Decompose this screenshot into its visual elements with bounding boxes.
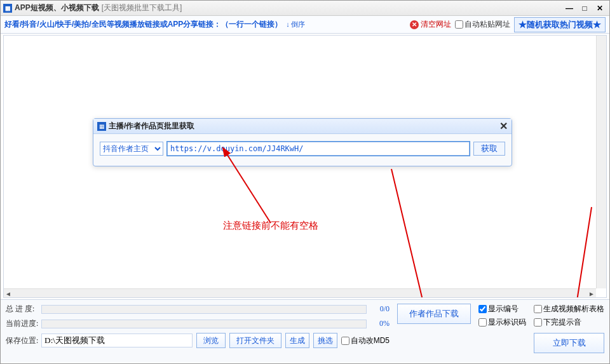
current-progress-label: 当前进度:	[6, 318, 37, 329]
scroll-right-icon[interactable]: ►	[587, 289, 596, 298]
svg-line-2	[576, 207, 592, 298]
minimize-button[interactable]: —	[562, 3, 576, 13]
toolbar: 好看/抖音/火山/快手/美拍/全民等视频播放链接或APP分享链接：（一行一个链接…	[1, 16, 609, 34]
dialog-close-button[interactable]: ✕	[499, 120, 508, 132]
save-path-label: 保存位置:	[6, 335, 37, 346]
app-subtitle: [天图视频批里下载工具]	[102, 3, 182, 13]
auto-md5-checkbox-label[interactable]: 自动改MD5	[341, 335, 390, 346]
random-hot-button[interactable]: ★随机获取热门视频★	[514, 17, 606, 32]
arrow-down-icon: ↓	[286, 21, 290, 28]
main-textarea[interactable]: ◄ ► ▦ 主播/作者作品页批里获取 ✕ 抖音作者主页 获取 注意链接前不能有空…	[3, 35, 607, 298]
download-hint-label[interactable]: 下完提示音	[534, 317, 604, 328]
browse-button[interactable]: 浏览	[196, 333, 226, 348]
titlebar: ▦ APP短视频、小视频下载 [天图视频批里下载工具] — □ ✕	[1, 1, 609, 16]
clear-url-button[interactable]: ✕ 清空网址	[410, 19, 451, 30]
dialog-title-text: 主播/作者作品页批里获取	[109, 121, 194, 131]
autopaste-checkbox-label[interactable]: 自动粘贴网址	[455, 19, 510, 30]
filter-button[interactable]: 挑选	[313, 333, 337, 348]
total-progress-text: 0/0	[370, 304, 390, 314]
app-icon: ▦	[3, 4, 12, 13]
save-path-input[interactable]	[41, 334, 193, 347]
sort-label: 倒序	[291, 21, 305, 28]
download-now-button[interactable]: 立即下载	[534, 333, 604, 353]
platform-select[interactable]: 抖音作者主页	[100, 142, 163, 156]
dialog-icon: ▦	[97, 122, 106, 131]
author-works-dialog: ▦ 主播/作者作品页批里获取 ✕ 抖音作者主页 获取	[93, 118, 512, 166]
arrow-annotation-3	[557, 201, 601, 298]
x-circle-icon: ✕	[410, 20, 419, 29]
dialog-titlebar: ▦ 主播/作者作品页批里获取 ✕	[93, 119, 512, 134]
maximize-button[interactable]: □	[578, 3, 592, 13]
autopaste-text: 自动粘贴网址	[464, 19, 510, 30]
dialog-body: 抖音作者主页 获取	[93, 134, 512, 166]
auto-md5-text: 自动改MD5	[351, 335, 390, 346]
open-folder-button[interactable]: 打开文件夹	[229, 333, 281, 348]
show-number-label[interactable]: 显示编号	[478, 304, 526, 314]
scroll-left-icon[interactable]: ◄	[4, 289, 13, 298]
auto-md5-checkbox[interactable]	[341, 337, 349, 345]
total-progress-bar	[41, 305, 367, 314]
url-input[interactable]	[167, 142, 470, 156]
toolbar-hint: 好看/抖音/火山/快手/美拍/全民等视频播放链接或APP分享链接：（一行一个链接…	[4, 19, 282, 30]
close-button[interactable]: ✕	[593, 3, 607, 13]
bottom-panel: 总 进 度: 0/0 当前进度: 0% 保存位置: 浏览 打开文件夹 生成 挑选…	[1, 299, 609, 363]
clear-label: 清空网址	[421, 19, 451, 30]
annotation-text: 注意链接前不能有空格	[223, 220, 318, 232]
gen-report-label[interactable]: 生成视频解析表格	[534, 304, 604, 314]
app-title: APP短视频、小视频下载	[15, 3, 99, 13]
show-id-label[interactable]: 显示标识码	[478, 317, 526, 328]
download-hint-checkbox[interactable]	[534, 318, 542, 327]
show-number-checkbox[interactable]	[478, 305, 487, 313]
scrollbar-horizontal[interactable]: ◄ ►	[4, 288, 596, 297]
sort-button[interactable]: ↓ 倒序	[286, 21, 305, 28]
svg-line-1	[391, 169, 423, 298]
generate-button[interactable]: 生成	[285, 333, 309, 348]
current-progress-text: 0%	[370, 319, 390, 328]
autopaste-checkbox[interactable]	[455, 20, 463, 29]
gen-report-checkbox[interactable]	[534, 305, 542, 313]
current-progress-bar	[41, 320, 367, 328]
get-button[interactable]: 获取	[473, 142, 505, 156]
scrollbar-vertical[interactable]	[596, 36, 606, 288]
author-works-download-button[interactable]: 作者作品下载	[397, 304, 471, 324]
total-progress-label: 总 进 度:	[6, 304, 37, 314]
arrow-annotation-2	[385, 163, 461, 298]
show-id-checkbox[interactable]	[478, 318, 487, 327]
